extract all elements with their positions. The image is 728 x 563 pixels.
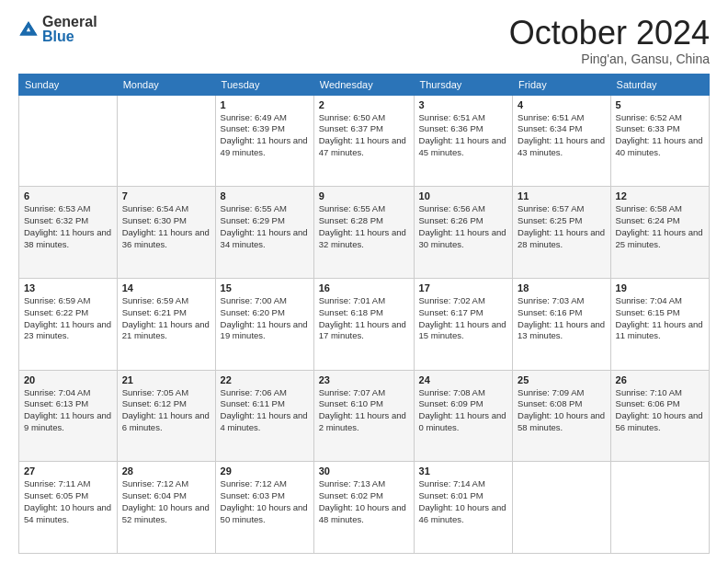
- day-info: Sunrise: 7:00 AM Sunset: 6:20 PM Dayligh…: [221, 295, 309, 342]
- day-info: Sunrise: 6:51 AM Sunset: 6:36 PM Dayligh…: [419, 112, 508, 159]
- day-info: Sunrise: 6:57 AM Sunset: 6:25 PM Dayligh…: [518, 203, 605, 250]
- day-number: 15: [221, 282, 309, 293]
- calendar-cell: 21Sunrise: 7:05 AM Sunset: 6:12 PM Dayli…: [117, 370, 215, 462]
- calendar: SundayMondayTuesdayWednesdayThursdayFrid…: [18, 74, 710, 554]
- day-info: Sunrise: 7:06 AM Sunset: 6:11 PM Dayligh…: [221, 387, 309, 434]
- logo-blue: Blue: [42, 29, 97, 44]
- day-number: 2: [319, 99, 409, 110]
- calendar-cell: 25Sunrise: 7:09 AM Sunset: 6:08 PM Dayli…: [513, 370, 610, 462]
- day-info: Sunrise: 7:14 AM Sunset: 6:01 PM Dayligh…: [419, 478, 508, 525]
- day-info: Sunrise: 7:13 AM Sunset: 6:02 PM Dayligh…: [319, 478, 409, 525]
- calendar-cell: 11Sunrise: 6:57 AM Sunset: 6:25 PM Dayli…: [513, 187, 610, 279]
- day-info: Sunrise: 6:58 AM Sunset: 6:24 PM Dayligh…: [616, 203, 704, 250]
- calendar-week-4: 20Sunrise: 7:04 AM Sunset: 6:13 PM Dayli…: [19, 370, 710, 462]
- calendar-header-row: SundayMondayTuesdayWednesdayThursdayFrid…: [19, 74, 710, 95]
- calendar-week-5: 27Sunrise: 7:11 AM Sunset: 6:05 PM Dayli…: [19, 462, 710, 554]
- calendar-cell: 17Sunrise: 7:02 AM Sunset: 6:17 PM Dayli…: [414, 278, 513, 370]
- day-number: 28: [122, 465, 210, 477]
- day-info: Sunrise: 6:53 AM Sunset: 6:32 PM Dayligh…: [24, 203, 112, 250]
- calendar-cell: 10Sunrise: 6:56 AM Sunset: 6:26 PM Dayli…: [414, 187, 513, 279]
- day-header-tuesday: Tuesday: [215, 74, 313, 95]
- day-number: 23: [319, 374, 409, 385]
- calendar-cell: 19Sunrise: 7:04 AM Sunset: 6:15 PM Dayli…: [610, 278, 709, 370]
- calendar-week-3: 13Sunrise: 6:59 AM Sunset: 6:22 PM Dayli…: [19, 278, 710, 370]
- day-number: 4: [518, 99, 605, 110]
- day-header-sunday: Sunday: [19, 74, 118, 95]
- day-number: 8: [221, 190, 309, 201]
- day-number: 19: [616, 282, 704, 293]
- day-number: 11: [518, 190, 605, 201]
- day-info: Sunrise: 6:59 AM Sunset: 6:21 PM Dayligh…: [122, 295, 210, 342]
- day-number: 16: [319, 282, 409, 293]
- day-info: Sunrise: 7:12 AM Sunset: 6:03 PM Dayligh…: [221, 478, 309, 525]
- day-info: Sunrise: 6:52 AM Sunset: 6:33 PM Dayligh…: [616, 112, 704, 159]
- day-info: Sunrise: 6:56 AM Sunset: 6:26 PM Dayligh…: [419, 203, 508, 250]
- calendar-week-2: 6Sunrise: 6:53 AM Sunset: 6:32 PM Daylig…: [19, 187, 710, 279]
- day-info: Sunrise: 7:09 AM Sunset: 6:08 PM Dayligh…: [518, 387, 605, 434]
- calendar-cell: 24Sunrise: 7:08 AM Sunset: 6:09 PM Dayli…: [414, 370, 513, 462]
- calendar-cell: 15Sunrise: 7:00 AM Sunset: 6:20 PM Dayli…: [215, 278, 313, 370]
- day-number: 17: [419, 282, 508, 293]
- day-number: 9: [319, 190, 409, 201]
- day-number: 27: [24, 465, 112, 477]
- day-info: Sunrise: 6:55 AM Sunset: 6:29 PM Dayligh…: [221, 203, 309, 250]
- day-number: 24: [419, 374, 508, 385]
- day-number: 30: [319, 465, 409, 477]
- calendar-cell: [610, 462, 709, 554]
- day-info: Sunrise: 7:02 AM Sunset: 6:17 PM Dayligh…: [419, 295, 508, 342]
- day-info: Sunrise: 6:51 AM Sunset: 6:34 PM Dayligh…: [518, 112, 605, 159]
- day-info: Sunrise: 7:11 AM Sunset: 6:05 PM Dayligh…: [24, 478, 112, 525]
- logo-general: General: [42, 15, 97, 29]
- calendar-cell: 13Sunrise: 6:59 AM Sunset: 6:22 PM Dayli…: [19, 278, 118, 370]
- calendar-cell: 1Sunrise: 6:49 AM Sunset: 6:39 PM Daylig…: [215, 95, 313, 187]
- title-block: October 2024 Ping'an, Gansu, China: [509, 15, 710, 66]
- day-header-friday: Friday: [513, 74, 610, 95]
- day-info: Sunrise: 6:54 AM Sunset: 6:30 PM Dayligh…: [122, 203, 210, 250]
- header: General Blue October 2024 Ping'an, Gansu…: [18, 15, 710, 66]
- calendar-cell: 9Sunrise: 6:55 AM Sunset: 6:28 PM Daylig…: [313, 187, 414, 279]
- calendar-cell: 28Sunrise: 7:12 AM Sunset: 6:04 PM Dayli…: [117, 462, 215, 554]
- day-number: 31: [419, 465, 508, 477]
- day-number: 22: [221, 374, 309, 385]
- day-number: 25: [518, 374, 605, 385]
- day-header-monday: Monday: [117, 74, 215, 95]
- calendar-cell: 14Sunrise: 6:59 AM Sunset: 6:21 PM Dayli…: [117, 278, 215, 370]
- calendar-cell: 20Sunrise: 7:04 AM Sunset: 6:13 PM Dayli…: [19, 370, 118, 462]
- day-number: 26: [616, 374, 704, 385]
- calendar-cell: 2Sunrise: 6:50 AM Sunset: 6:37 PM Daylig…: [313, 95, 414, 187]
- day-number: 14: [122, 282, 210, 293]
- calendar-cell: 27Sunrise: 7:11 AM Sunset: 6:05 PM Dayli…: [19, 462, 118, 554]
- page: General Blue October 2024 Ping'an, Gansu…: [0, 0, 728, 563]
- day-number: 12: [616, 190, 704, 201]
- day-number: 5: [616, 99, 704, 110]
- calendar-cell: [19, 95, 118, 187]
- day-number: 13: [24, 282, 112, 293]
- day-number: 20: [24, 374, 112, 385]
- logo: General Blue: [18, 15, 97, 44]
- day-header-thursday: Thursday: [414, 74, 513, 95]
- day-number: 21: [122, 374, 210, 385]
- calendar-cell: 4Sunrise: 6:51 AM Sunset: 6:34 PM Daylig…: [513, 95, 610, 187]
- month-title: October 2024: [509, 15, 710, 52]
- calendar-cell: [513, 462, 610, 554]
- day-number: 1: [221, 99, 309, 110]
- day-number: 18: [518, 282, 605, 293]
- day-number: 6: [24, 190, 112, 201]
- day-info: Sunrise: 7:10 AM Sunset: 6:06 PM Dayligh…: [616, 387, 704, 434]
- calendar-cell: 26Sunrise: 7:10 AM Sunset: 6:06 PM Dayli…: [610, 370, 709, 462]
- calendar-cell: 6Sunrise: 6:53 AM Sunset: 6:32 PM Daylig…: [19, 187, 118, 279]
- day-info: Sunrise: 6:59 AM Sunset: 6:22 PM Dayligh…: [24, 295, 112, 342]
- calendar-cell: 29Sunrise: 7:12 AM Sunset: 6:03 PM Dayli…: [215, 462, 313, 554]
- calendar-cell: 16Sunrise: 7:01 AM Sunset: 6:18 PM Dayli…: [313, 278, 414, 370]
- day-info: Sunrise: 7:08 AM Sunset: 6:09 PM Dayligh…: [419, 387, 508, 434]
- day-number: 7: [122, 190, 210, 201]
- calendar-cell: [117, 95, 215, 187]
- day-header-wednesday: Wednesday: [313, 74, 414, 95]
- calendar-cell: 8Sunrise: 6:55 AM Sunset: 6:29 PM Daylig…: [215, 187, 313, 279]
- day-header-saturday: Saturday: [610, 74, 709, 95]
- day-info: Sunrise: 7:05 AM Sunset: 6:12 PM Dayligh…: [122, 387, 210, 434]
- day-number: 3: [419, 99, 508, 110]
- calendar-cell: 12Sunrise: 6:58 AM Sunset: 6:24 PM Dayli…: [610, 187, 709, 279]
- location: Ping'an, Gansu, China: [509, 52, 710, 66]
- day-number: 10: [419, 190, 508, 201]
